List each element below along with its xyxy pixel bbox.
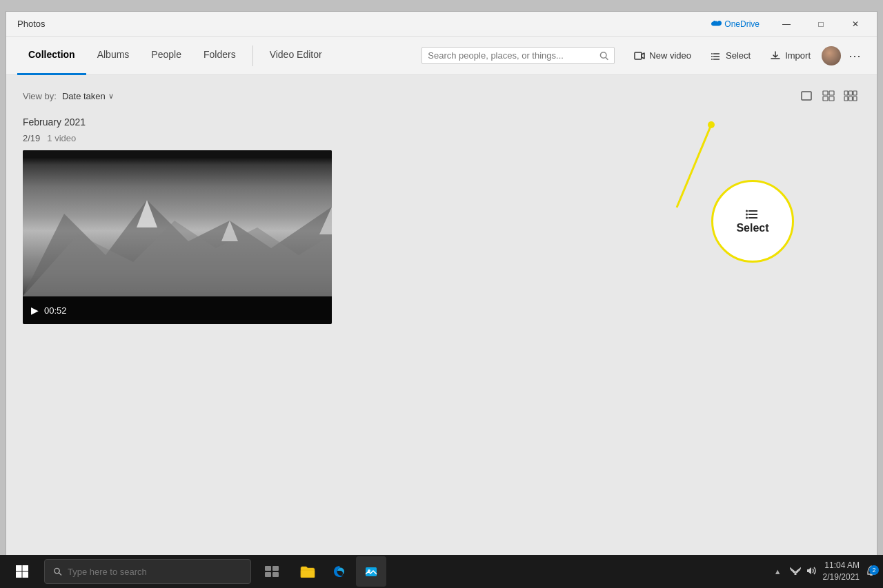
svg-rect-19 — [853, 97, 857, 101]
nav-actions: New video Select Import ⋯ — [626, 45, 866, 67]
search-box[interactable] — [421, 47, 615, 64]
taskbar: ▲ 11:04 AM 2/19/2021 2 — [0, 555, 883, 588]
view-by-label: View by: — [23, 91, 57, 101]
svg-rect-41 — [265, 572, 271, 577]
taskbar-search-icon — [53, 567, 62, 576]
close-button[interactable]: ✕ — [840, 12, 871, 37]
photos-app-button[interactable] — [356, 556, 386, 587]
svg-rect-36 — [23, 572, 29, 578]
view-by-dropdown[interactable]: Date taken ∨ — [62, 91, 114, 101]
notification-badge: 2 — [869, 565, 879, 575]
new-video-icon — [634, 50, 645, 61]
onedrive-button[interactable]: OneDrive — [711, 19, 760, 29]
app-title: Photos — [12, 19, 45, 29]
file-explorer-icon — [300, 565, 315, 578]
start-button[interactable] — [6, 555, 39, 588]
svg-rect-17 — [844, 97, 848, 101]
task-view-icon — [265, 566, 279, 577]
layout-grid3-icon — [844, 90, 857, 101]
avatar[interactable] — [822, 46, 841, 65]
svg-rect-15 — [849, 91, 853, 95]
svg-rect-42 — [272, 572, 279, 577]
svg-rect-35 — [16, 572, 22, 578]
svg-rect-39 — [265, 566, 271, 571]
nav-folders[interactable]: Folders — [192, 37, 247, 75]
svg-point-7 — [711, 56, 713, 57]
edge-browser-button[interactable] — [324, 556, 355, 587]
svg-point-37 — [54, 568, 59, 573]
clock[interactable]: 11:04 AM 2/19/2021 — [823, 560, 860, 583]
taskbar-search[interactable] — [44, 559, 251, 584]
notification-center-button[interactable]: 2 — [865, 565, 877, 578]
video-duration: 00:52 — [44, 305, 67, 316]
select-icon — [711, 50, 722, 61]
svg-line-1 — [606, 57, 608, 59]
svg-point-31 — [746, 214, 748, 216]
layout-grid2-button[interactable] — [819, 86, 838, 105]
svg-point-30 — [746, 210, 748, 212]
svg-point-6 — [711, 53, 713, 54]
nav-video-editor[interactable]: Video Editor — [259, 37, 333, 75]
view-by-value: Date taken — [62, 91, 106, 101]
select-label: Select — [726, 50, 751, 61]
file-explorer-button[interactable] — [292, 556, 323, 587]
callout-select-icon — [745, 208, 760, 221]
layout-grid3-button[interactable] — [841, 86, 860, 105]
nav-bar: Collection Albums People Folders Video E… — [6, 37, 877, 75]
taskbar-search-input[interactable] — [68, 567, 242, 577]
layout-grid2-icon — [822, 90, 835, 101]
svg-point-0 — [600, 52, 606, 58]
svg-rect-33 — [16, 565, 22, 571]
task-view-button[interactable] — [257, 556, 287, 587]
more-options-button[interactable]: ⋯ — [844, 45, 866, 67]
select-button[interactable]: Select — [702, 46, 759, 65]
section-count: 1 video — [47, 133, 76, 143]
svg-rect-18 — [849, 97, 853, 101]
svg-rect-40 — [272, 566, 279, 571]
callout-label: Select — [736, 222, 768, 234]
view-by-control: View by: Date taken ∨ — [23, 91, 114, 101]
edge-icon — [333, 565, 346, 578]
svg-rect-2 — [635, 52, 642, 59]
onedrive-icon — [711, 20, 722, 28]
new-video-label: New video — [649, 50, 691, 61]
windows-logo-icon — [16, 565, 28, 578]
onedrive-label: OneDrive — [724, 19, 760, 29]
svg-rect-44 — [366, 567, 377, 576]
svg-rect-16 — [853, 91, 857, 95]
play-button[interactable]: ▶ — [31, 305, 39, 316]
view-controls: View by: Date taken ∨ — [23, 86, 860, 105]
svg-rect-14 — [844, 91, 848, 95]
svg-rect-34 — [23, 565, 29, 571]
expand-tray-icon[interactable]: ▲ — [774, 567, 782, 576]
search-input[interactable] — [428, 50, 599, 61]
svg-point-32 — [746, 217, 748, 219]
title-bar-controls: OneDrive — □ ✕ — [711, 12, 871, 37]
new-video-button[interactable]: New video — [626, 46, 700, 65]
svg-point-8 — [711, 59, 713, 60]
section-month: February 2021 — [23, 116, 860, 128]
sound-icon[interactable] — [806, 566, 817, 578]
system-tray: ▲ — [774, 567, 782, 576]
nav-collection[interactable]: Collection — [17, 37, 86, 75]
minimize-button[interactable]: — — [771, 12, 802, 37]
date-display: 2/19/2021 — [823, 571, 860, 583]
nav-albums[interactable]: Albums — [86, 37, 141, 75]
svg-rect-43 — [301, 570, 315, 578]
time-display: 11:04 AM — [823, 560, 860, 571]
layout-single-button[interactable] — [797, 86, 816, 105]
select-callout: Select — [711, 180, 794, 263]
video-thumbnail[interactable]: ▶ 00:52 — [23, 150, 332, 324]
title-bar: Photos OneDrive — □ ✕ — [6, 12, 877, 37]
network-icon[interactable] — [790, 566, 801, 578]
import-label: Import — [785, 50, 811, 61]
photos-icon — [364, 565, 378, 578]
chevron-down-icon: ∨ — [108, 92, 114, 101]
nav-divider — [252, 45, 253, 66]
search-icon — [599, 51, 608, 61]
svg-rect-13 — [829, 97, 834, 101]
nav-people[interactable]: People — [140, 37, 192, 75]
layout-single-icon — [800, 90, 813, 101]
import-button[interactable]: Import — [762, 46, 819, 65]
maximize-button[interactable]: □ — [805, 12, 837, 37]
